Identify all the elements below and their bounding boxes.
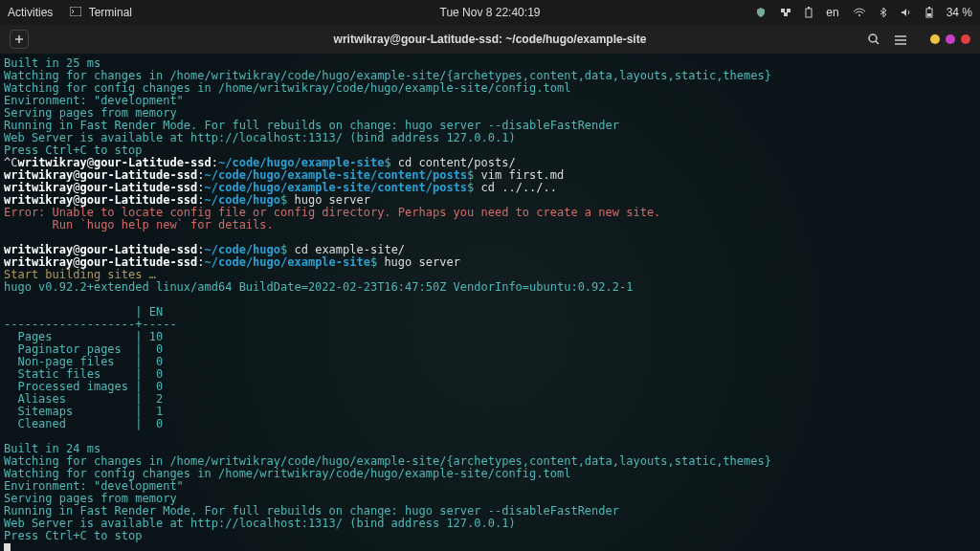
new-tab-button[interactable] (10, 30, 29, 49)
svg-rect-2 (787, 9, 791, 12)
svg-rect-8 (927, 13, 931, 16)
table-row: Aliases | 2 (4, 392, 177, 406)
window-titlebar: writwikray@gour-Latitude-ssd: ~/code/hug… (0, 25, 980, 54)
cursor (4, 543, 11, 552)
svg-rect-3 (784, 12, 788, 16)
svg-rect-5 (808, 7, 810, 9)
activities-button[interactable]: Activities (8, 6, 53, 19)
close-button[interactable] (961, 34, 970, 44)
gnome-topbar: Activities Terminal Tue Nov 8 22:40:19 e… (0, 0, 980, 25)
svg-rect-1 (781, 9, 785, 12)
table-row: Sitemaps | 1 (4, 405, 177, 418)
table-row: Paginator pages | 0 (4, 342, 177, 356)
dropbox-icon[interactable] (780, 7, 791, 18)
terminal-app-label: Terminal (89, 6, 132, 19)
wifi-icon[interactable] (853, 8, 866, 17)
terminal-icon (70, 7, 81, 16)
table-header: | EN (4, 305, 177, 319)
table-row: Static files | 0 (4, 367, 177, 381)
terminal-app-menu[interactable]: Terminal (70, 6, 132, 19)
keyboard-layout[interactable]: en (826, 6, 838, 19)
battery-menu-icon[interactable] (805, 7, 813, 18)
terminal-output[interactable]: Built in 25 ms Watching for changes in /… (0, 54, 980, 551)
volume-icon[interactable] (901, 8, 912, 17)
search-icon[interactable] (867, 33, 880, 47)
window-title: writwikray@gour-Latitude-ssd: ~/code/hug… (334, 33, 647, 46)
minimize-button[interactable] (930, 34, 940, 44)
table-row: Cleaned | 0 (4, 417, 177, 430)
battery-percent: 34 % (947, 6, 972, 19)
svg-rect-9 (928, 7, 930, 9)
svg-rect-4 (806, 9, 812, 17)
svg-rect-0 (70, 7, 81, 16)
table-row: Processed images | 0 (4, 380, 177, 393)
table-row: Non-page files | 0 (4, 355, 177, 368)
svg-point-10 (869, 34, 877, 42)
window-controls (930, 34, 970, 44)
battery-icon (925, 7, 933, 18)
hamburger-menu-icon[interactable] (894, 33, 907, 46)
maximize-button[interactable] (946, 34, 955, 44)
table-row: Pages | 10 (4, 330, 177, 343)
clock[interactable]: Tue Nov 8 22:40:19 (440, 6, 541, 19)
bluetooth-icon[interactable] (880, 7, 887, 18)
shield-icon[interactable] (755, 7, 767, 18)
svg-point-6 (858, 14, 860, 16)
